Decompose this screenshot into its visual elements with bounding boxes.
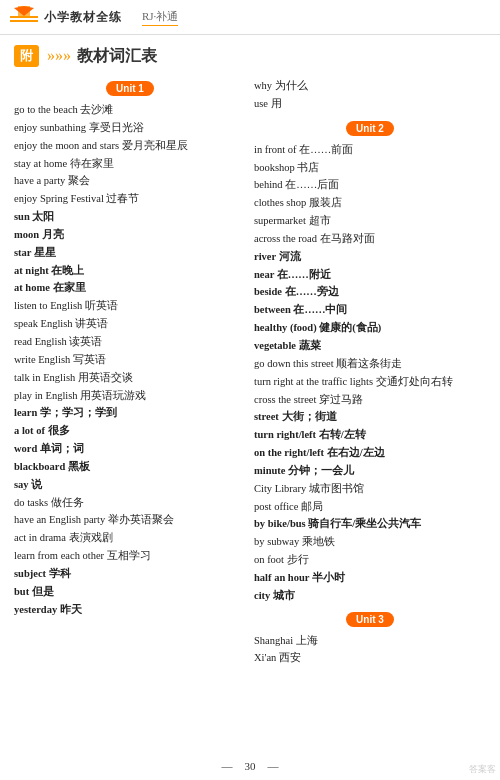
list-item: on foot 步行 — [254, 551, 486, 569]
book-subtitle: RJ·补通 — [142, 9, 178, 26]
list-item: listen to English 听英语 — [14, 297, 246, 315]
list-item: city 城市 — [254, 587, 486, 605]
list-item: say 说 — [14, 476, 246, 494]
list-item: street 大街；街道 — [254, 408, 486, 426]
list-item: between 在……中间 — [254, 301, 486, 319]
list-item: read English 读英语 — [14, 333, 246, 351]
list-item: subject 学科 — [14, 565, 246, 583]
svg-marker-3 — [14, 6, 34, 16]
list-item: but 但是 — [14, 583, 246, 601]
list-item: use 用 — [254, 95, 486, 113]
unit1-header: Unit 1 — [14, 77, 246, 101]
list-item: vegetable 蔬菜 — [254, 337, 486, 355]
left-column: Unit 1 go to the beach 去沙滩 enjoy sunbath… — [14, 77, 246, 667]
book-title: 小学教材全练 — [44, 9, 122, 26]
unit1-continued-list: why 为什么 use 用 — [254, 77, 486, 113]
list-item: write English 写英语 — [14, 351, 246, 369]
svg-rect-1 — [10, 20, 38, 22]
list-item: talk in English 用英语交谈 — [14, 369, 246, 387]
section-title: 教材词汇表 — [77, 46, 157, 67]
list-item: near 在……附近 — [254, 266, 486, 284]
page-header: 小学教材全练 RJ·补通 — [0, 0, 500, 35]
unit3-badge: Unit 3 — [346, 612, 394, 627]
list-item: do tasks 做任务 — [14, 494, 246, 512]
list-item: speak English 讲英语 — [14, 315, 246, 333]
list-item: yesterday 昨天 — [14, 601, 246, 619]
list-item: enjoy sunbathing 享受日光浴 — [14, 119, 246, 137]
list-item: bookshop 书店 — [254, 159, 486, 177]
arrows-icon: »»» — [47, 47, 71, 65]
list-item: turn right/left 右转/左转 — [254, 426, 486, 444]
list-item: minute 分钟；一会儿 — [254, 462, 486, 480]
list-item: by subway 乘地铁 — [254, 533, 486, 551]
list-item: City Library 城市图书馆 — [254, 480, 486, 498]
list-item: supermarket 超市 — [254, 212, 486, 230]
unit3-header: Unit 3 — [254, 608, 486, 632]
unit2-list: in front of 在……前面 bookshop 书店 behind 在……… — [254, 141, 486, 605]
unit1-badge: Unit 1 — [106, 81, 154, 96]
list-item: why 为什么 — [254, 77, 486, 95]
list-item: go down this street 顺着这条街走 — [254, 355, 486, 373]
list-item: stay at home 待在家里 — [14, 155, 246, 173]
fu-badge: 附 — [14, 45, 39, 67]
list-item: turn right at the traffic lights 交通灯处向右转 — [254, 373, 486, 391]
list-item: word 单词；词 — [14, 440, 246, 458]
list-item: in front of 在……前面 — [254, 141, 486, 159]
list-item: across the road 在马路对面 — [254, 230, 486, 248]
unit2-badge: Unit 2 — [346, 121, 394, 136]
list-item: half an hour 半小时 — [254, 569, 486, 587]
watermark: 答案客 — [469, 763, 496, 776]
list-item: at night 在晚上 — [14, 262, 246, 280]
list-item: star 星星 — [14, 244, 246, 262]
logo-icon — [10, 6, 38, 28]
list-item: have a party 聚会 — [14, 172, 246, 190]
list-item: act in drama 表演戏剧 — [14, 529, 246, 547]
unit3-list: Shanghai 上海 Xi'an 西安 — [254, 632, 486, 668]
list-item: a lot of 很多 — [14, 422, 246, 440]
list-item: clothes shop 服装店 — [254, 194, 486, 212]
list-item: sun 太阳 — [14, 208, 246, 226]
section-header: 附 »»» 教材词汇表 — [0, 35, 500, 73]
list-item: have an English party 举办英语聚会 — [14, 511, 246, 529]
unit1-list: go to the beach 去沙滩 enjoy sunbathing 享受日… — [14, 101, 246, 618]
list-item: healthy (food) 健康的(食品) — [254, 319, 486, 337]
list-item: Xi'an 西安 — [254, 649, 486, 667]
list-item: learn 学；学习；学到 — [14, 404, 246, 422]
list-item: on the right/left 在右边/左边 — [254, 444, 486, 462]
page-footer: — 30 — — [222, 760, 279, 772]
list-item: beside 在……旁边 — [254, 283, 486, 301]
right-column: why 为什么 use 用 Unit 2 in front of 在……前面 b… — [254, 77, 486, 667]
list-item: river 河流 — [254, 248, 486, 266]
list-item: enjoy the moon and stars 爱月亮和星辰 — [14, 137, 246, 155]
list-item: cross the street 穿过马路 — [254, 391, 486, 409]
list-item: by bike/bus 骑自行车/乘坐公共汽车 — [254, 515, 486, 533]
list-item: moon 月亮 — [14, 226, 246, 244]
list-item: learn from each other 互相学习 — [14, 547, 246, 565]
list-item: at home 在家里 — [14, 279, 246, 297]
svg-rect-0 — [10, 16, 38, 18]
dash-right: — — [268, 760, 279, 772]
dash-left: — — [222, 760, 233, 772]
unit2-header: Unit 2 — [254, 117, 486, 141]
list-item: behind 在……后面 — [254, 176, 486, 194]
list-item: Shanghai 上海 — [254, 632, 486, 650]
page-number: 30 — [245, 760, 256, 772]
list-item: enjoy Spring Festival 过春节 — [14, 190, 246, 208]
list-item: play in English 用英语玩游戏 — [14, 387, 246, 405]
list-item: blackboard 黑板 — [14, 458, 246, 476]
list-item: post office 邮局 — [254, 498, 486, 516]
list-item: go to the beach 去沙滩 — [14, 101, 246, 119]
main-content: Unit 1 go to the beach 去沙滩 enjoy sunbath… — [0, 73, 500, 671]
